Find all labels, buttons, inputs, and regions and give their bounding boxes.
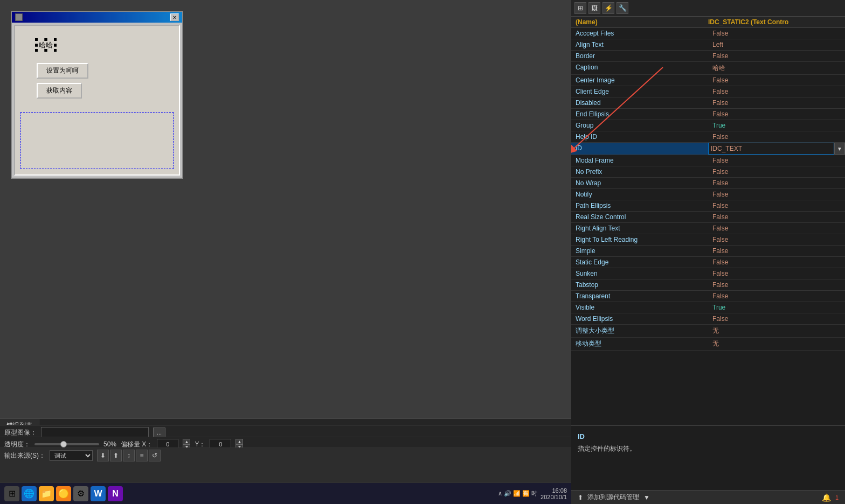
dialog-titlebar: ✕ [12, 12, 182, 23]
get-button[interactable]: 获取内容 [37, 83, 82, 99]
rp-tb-icon-4[interactable]: 🔧 [617, 2, 628, 14]
notification-icon: 🔔 [822, 493, 831, 502]
prop-name: Caption [571, 62, 708, 74]
prop-value: False [708, 75, 845, 86]
slider-thumb[interactable] [60, 441, 67, 447]
set-button[interactable]: 设置为呵呵 [37, 63, 88, 79]
desc-text: 指定控件的标识符。 [578, 444, 839, 453]
prop-row[interactable]: GroupTrue [571, 120, 845, 131]
taskbar: ⊞ 🌐 📁 🟡 ⚙ W N ∧ 🔊 📶 🈶 时 16:08 2020/10/1 [0, 482, 571, 504]
prop-value: False [708, 28, 845, 39]
handle-ml[interactable] [35, 44, 38, 46]
prop-row[interactable]: Client EdgeFalse [571, 86, 845, 97]
handle-tm[interactable] [45, 38, 47, 41]
proto-browse-button[interactable]: ... [153, 428, 165, 437]
prop-rows-after: Modal FrameFalseNo PrefixFalseNo WrapFal… [571, 155, 845, 351]
rp-tb-icon-2[interactable]: 🖼 [588, 2, 600, 14]
prop-row[interactable]: BorderFalse [571, 51, 845, 62]
id-input[interactable] [708, 143, 834, 155]
prop-name: Right Align Text [571, 223, 708, 234]
prop-row[interactable]: Help IDFalse [571, 131, 845, 143]
output-source-label: 输出来源(S)： [4, 451, 45, 460]
tb-icon-1[interactable]: ⬇ [97, 450, 109, 461]
spin-y-up[interactable]: ▲ [236, 439, 243, 444]
prop-name: No Wrap [571, 178, 708, 188]
prop-row[interactable]: SimpleFalse [571, 246, 845, 257]
prop-row[interactable]: Word EllipsisFalse [571, 313, 845, 325]
right-panel: ⊞ 🖼 ⚡ 🔧 (Name) IDC_STATIC2 (Text Contro … [571, 0, 845, 504]
prop-row[interactable]: NotifyFalse [571, 189, 845, 200]
tb-icon-2[interactable]: ⬆ [110, 450, 122, 461]
prop-row[interactable]: SunkenFalse [571, 268, 845, 279]
prop-name: Acccept Files [571, 28, 708, 39]
prop-row[interactable]: VisibleTrue [571, 302, 845, 313]
handle-mr[interactable] [54, 44, 57, 46]
description-panel: ID 指定控件的标识符。 [571, 425, 845, 490]
prop-row[interactable]: Right Align TextFalse [571, 223, 845, 234]
handle-tr[interactable] [54, 38, 57, 41]
prop-row[interactable]: No PrefixFalse [571, 166, 845, 178]
prop-name: No Prefix [571, 166, 708, 177]
prop-row[interactable]: Static EdgeFalse [571, 257, 845, 268]
taskbar-word[interactable]: W [91, 486, 106, 501]
prop-row[interactable]: TabstopFalse [571, 279, 845, 291]
prop-row[interactable]: Center ImageFalse [571, 75, 845, 86]
prop-row[interactable]: 移动类型无 [571, 338, 845, 351]
proto-input[interactable] [41, 427, 149, 438]
tb-icon-5[interactable]: ↺ [149, 450, 161, 461]
prop-row[interactable]: Acccept FilesFalse [571, 28, 845, 39]
prop-value: False [708, 131, 845, 142]
handle-bm[interactable] [45, 49, 47, 52]
prop-value: False [708, 189, 845, 200]
prop-row[interactable]: Modal FrameFalse [571, 155, 845, 166]
taskbar-explorer[interactable]: 📁 [39, 486, 54, 501]
prop-row[interactable]: Path EllipsisFalse [571, 200, 845, 212]
dialog-close-button[interactable]: ✕ [170, 13, 179, 21]
static-text-container[interactable]: 哈哈 [37, 40, 55, 50]
opacity-value: 50% [103, 440, 116, 448]
taskbar-vs[interactable]: N [108, 486, 123, 501]
id-dropdown-button[interactable]: ▼ [834, 143, 845, 155]
prop-name: Word Ellipsis [571, 313, 708, 324]
prop-row[interactable]: Align TextLeft [571, 39, 845, 51]
id-property-row[interactable]: ID ▼ [571, 143, 845, 155]
prop-value: False [708, 109, 845, 120]
handle-br[interactable] [54, 49, 57, 52]
tb-icon-3[interactable]: ↕ [123, 450, 135, 461]
handle-tl[interactable] [35, 38, 38, 41]
prop-value: False [708, 268, 845, 279]
prop-name: Border [571, 51, 708, 61]
taskbar-settings[interactable]: ⚙ [73, 486, 88, 501]
prop-value: False [708, 279, 845, 290]
prop-value: False [708, 51, 845, 61]
prop-row[interactable]: 调整大小类型无 [571, 325, 845, 338]
prop-row[interactable]: End EllipsisFalse [571, 109, 845, 120]
prop-value: False [708, 246, 845, 256]
tb-icon-4[interactable]: ≡ [136, 450, 148, 461]
status-left: ⬆ 添加到源代码管理 ▼ [578, 493, 650, 502]
taskbar-yellow[interactable]: 🟡 [56, 486, 71, 501]
prop-value: False [708, 313, 845, 324]
prop-row[interactable]: Caption哈哈 [571, 62, 845, 75]
opacity-slider[interactable] [34, 443, 99, 445]
prop-header-name: (Name) [576, 18, 708, 26]
prop-value: False [708, 155, 845, 166]
taskbar-browser[interactable]: 🌐 [22, 486, 37, 501]
output-source-select[interactable]: 调试 [50, 450, 93, 461]
clock-time: 16:08 [541, 487, 567, 494]
proto-label: 原型图像： [4, 428, 37, 437]
prop-value: False [708, 178, 845, 188]
prop-row[interactable]: No WrapFalse [571, 178, 845, 189]
status-bar: ⬆ 添加到源代码管理 ▼ 🔔 1 [571, 490, 845, 504]
prop-row[interactable]: DisabledFalse [571, 97, 845, 109]
prop-row[interactable]: Real Size ControlFalse [571, 212, 845, 223]
handle-bl[interactable] [35, 49, 38, 52]
rp-tb-icon-1[interactable]: ⊞ [574, 2, 586, 14]
prop-name: Group [571, 120, 708, 131]
spin-up[interactable]: ▲ [183, 439, 190, 444]
prop-row[interactable]: TransparentFalse [571, 291, 845, 302]
taskbar-start[interactable]: ⊞ [4, 486, 19, 501]
prop-row[interactable]: Right To Left ReadingFalse [571, 234, 845, 246]
output-bar: 输出来源(S)： 调试 ⬇ ⬆ ↕ ≡ ↺ [0, 447, 571, 463]
rp-tb-icon-3[interactable]: ⚡ [602, 2, 614, 14]
